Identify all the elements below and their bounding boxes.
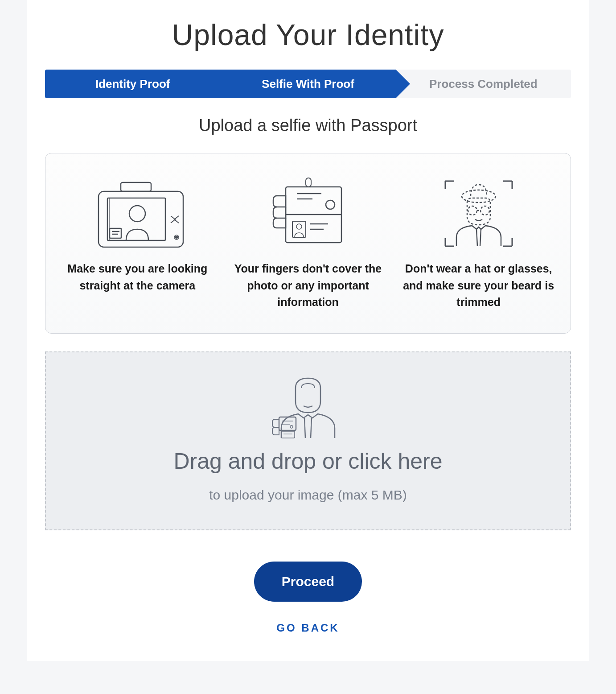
svg-rect-1 — [121, 182, 151, 191]
tip-text: Don't wear a hat or glasses, and make su… — [400, 260, 557, 311]
subtitle: Upload a selfie with Passport — [45, 116, 571, 135]
svg-point-22 — [480, 206, 489, 215]
dropzone-title: Drag and drop or click here — [55, 448, 561, 474]
upload-dropzone[interactable]: Drag and drop or click here to upload yo… — [45, 351, 571, 530]
svg-point-14 — [326, 200, 335, 209]
go-back-link[interactable]: Go Back — [276, 622, 339, 634]
svg-line-24 — [304, 418, 305, 438]
tip-no-hat-glasses: Don't wear a hat or glasses, and make su… — [400, 171, 557, 311]
page-title: Upload Your Identity — [45, 18, 571, 52]
step-selfie-with-proof: Selfie With Proof — [220, 70, 395, 98]
tip-look-straight: Make sure you are looking straight at th… — [59, 171, 216, 311]
hand-holding-id-icon — [230, 171, 387, 249]
svg-point-29 — [290, 425, 293, 428]
step-identity-proof: Identity Proof — [45, 70, 220, 98]
camera-selfie-icon — [59, 171, 216, 249]
svg-point-16 — [296, 224, 302, 229]
svg-rect-19 — [306, 178, 311, 187]
tips-box: Make sure you are looking straight at th… — [45, 153, 571, 334]
progress-bar: Identity Proof Selfie With Proof Process… — [45, 70, 571, 98]
svg-line-25 — [311, 418, 312, 438]
no-hat-glasses-icon — [400, 171, 557, 249]
tip-text: Your fingers don't cover the photo or an… — [230, 260, 387, 311]
svg-point-3 — [129, 206, 145, 222]
svg-rect-4 — [110, 228, 121, 238]
proceed-button[interactable]: Proceed — [254, 562, 362, 602]
tip-text: Make sure you are looking straight at th… — [59, 260, 216, 294]
step-process-completed: Process Completed — [396, 70, 571, 98]
dropzone-subtitle: to upload your image (max 5 MB) — [55, 487, 561, 503]
svg-point-21 — [468, 206, 477, 215]
svg-point-9 — [176, 236, 177, 238]
tip-fingers-cover: Your fingers don't cover the photo or an… — [230, 171, 387, 311]
selfie-person-icon — [55, 370, 561, 439]
svg-rect-30 — [281, 431, 295, 438]
